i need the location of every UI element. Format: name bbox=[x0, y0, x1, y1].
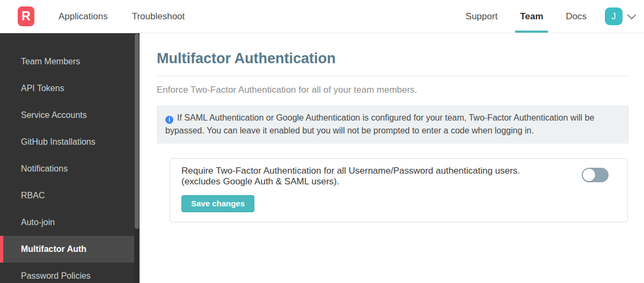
mfa-toggle-knob bbox=[583, 169, 595, 181]
nav-support[interactable]: Support bbox=[466, 0, 498, 33]
save-changes-button[interactable]: Save changes bbox=[181, 195, 254, 212]
mfa-setting-card: Require Two-Factor Authentication for al… bbox=[170, 158, 628, 222]
app-logo-letter: R bbox=[21, 9, 31, 24]
page-description: Enforce Two-Factor Authentication for al… bbox=[157, 85, 629, 95]
sidebar-item-api-tokens[interactable]: API Tokens bbox=[0, 75, 140, 102]
primary-nav: Applications Troubleshoot bbox=[34, 0, 185, 33]
sidebar-item-service-accounts[interactable]: Service Accounts bbox=[0, 102, 140, 129]
main-content: Multifactor Authentication Enforce Two-F… bbox=[140, 33, 644, 283]
secondary-nav: Support Team Docs J bbox=[443, 0, 644, 33]
info-banner: iIf SAML Authentication or Google Authen… bbox=[157, 106, 629, 144]
user-avatar-initial: J bbox=[612, 12, 616, 21]
sidebar-scrollbar-track bbox=[134, 33, 140, 283]
sidebar-item-notifications[interactable]: Notifications bbox=[0, 155, 140, 182]
info-icon: i bbox=[165, 116, 173, 124]
info-banner-text: If SAML Authentication or Google Authent… bbox=[165, 113, 594, 135]
nav-applications[interactable]: Applications bbox=[58, 0, 108, 33]
user-avatar[interactable]: J bbox=[605, 8, 623, 25]
sidebar-scrollbar-thumb[interactable] bbox=[135, 34, 139, 229]
app-logo[interactable]: R bbox=[18, 6, 34, 26]
nav-troubleshoot[interactable]: Troubleshoot bbox=[132, 0, 185, 33]
top-nav-bar: R Applications Troubleshoot Support Team… bbox=[0, 0, 644, 33]
sidebar-item-auto-join[interactable]: Auto-join bbox=[0, 209, 140, 236]
sidebar-item-multifactor-auth[interactable]: Multifactor Auth bbox=[0, 236, 140, 263]
setting-label-line1: Require Two-Factor Authentication for al… bbox=[181, 166, 579, 176]
settings-sidebar: Team Members API Tokens Service Accounts… bbox=[0, 33, 140, 283]
setting-label-line2: (excludes Google Auth & SAML users). bbox=[181, 176, 579, 187]
nav-team[interactable]: Team bbox=[520, 0, 543, 33]
chevron-down-icon[interactable] bbox=[627, 13, 636, 33]
mfa-toggle[interactable] bbox=[582, 168, 609, 182]
title-divider bbox=[157, 76, 629, 76]
sidebar-menu: Team Members API Tokens Service Accounts… bbox=[0, 33, 140, 283]
sidebar-item-password-policies[interactable]: Password Policies bbox=[0, 263, 140, 283]
sidebar-item-team-members[interactable]: Team Members bbox=[0, 48, 140, 75]
nav-docs[interactable]: Docs bbox=[566, 0, 587, 33]
page-title: Multifactor Authentication bbox=[157, 50, 629, 67]
sidebar-item-rbac[interactable]: RBAC bbox=[0, 182, 140, 209]
sidebar-item-github-installations[interactable]: GitHub Installations bbox=[0, 129, 140, 155]
